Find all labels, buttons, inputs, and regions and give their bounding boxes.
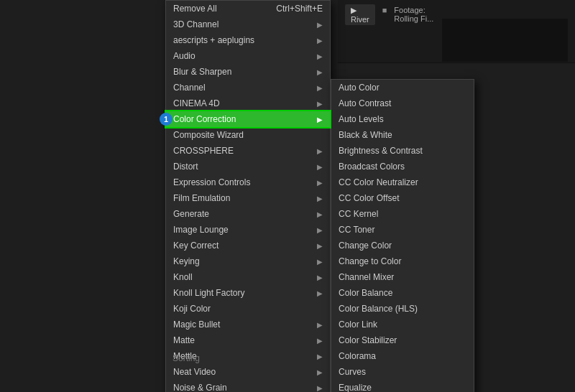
sub-item-color-link[interactable]: Color Link [331,317,474,332]
menu-item-koji[interactable]: Koji Color [166,301,330,317]
remove-all-label: Remove All [173,4,217,14]
menu-item-blur[interactable]: Blur & Sharpen ▶ [166,64,330,80]
menu-label: Image Lounge [173,225,229,235]
sub-menu-label: Change Color [339,241,392,251]
sub-item-brightness[interactable]: Brightness & Contrast [331,143,474,159]
menu-label: Film Emulation [173,193,230,203]
sub-item-black-white[interactable]: Black & White [331,127,474,143]
menu-label: Koji Color [173,304,211,314]
remove-all-item[interactable]: Remove All Ctrl+Shift+E [166,1,330,17]
sub-item-curves[interactable]: Curves [331,364,474,380]
menu-label: Noise & Grain [173,383,227,392]
submenu-arrow: ▶ [317,226,323,234]
menu-item-knoll-light[interactable]: Knoll Light Factory ▶ [166,285,330,301]
submenu-arrow: ▶ [317,179,323,187]
sub-menu-label: Change to Color [339,256,401,266]
sub-item-color-balance-hls[interactable]: Color Balance (HLS) [331,301,474,317]
submenu-arrow: ▶ [317,353,323,360]
menu-label: Composite Wizard [173,130,244,140]
sub-menu-label: Broadcast Colors [339,162,405,172]
submenu-arrow: ▶ [317,195,323,202]
sub-item-cc-kernel[interactable]: CC Kernel [331,206,474,222]
sub-menu-label: Curves [339,367,366,377]
submenu-arrow: ▶ [317,337,323,345]
sub-menu-label: Color Link [339,319,377,330]
submenu-arrow: ▶ [317,384,323,392]
menu-item-cinema4d[interactable]: CINEMA 4D ▶ [166,95,330,111]
sub-menu-label: Brightness & Contrast [339,146,423,156]
sorting-label: Sorting [172,353,200,363]
sub-item-auto-levels[interactable]: Auto Levels [331,111,474,127]
menu-item-key-correct[interactable]: Key Correct ▶ [166,238,330,253]
menu-item-crossphere[interactable]: CROSSPHERE ▶ [166,143,330,159]
menu-item-expression[interactable]: Expression Controls ▶ [166,174,330,190]
menu-label: Generate [173,209,209,219]
sub-item-channel-mixer[interactable]: Channel Mixer [331,269,474,285]
menu-label: Knoll [173,272,193,282]
badge-1: 1 [160,113,172,126]
submenu-arrow: ▶ [317,368,323,376]
menu-item-noise[interactable]: Noise & Grain ▶ [166,380,330,392]
sub-item-color-stabilizer[interactable]: Color Stabilizer [331,332,474,348]
menu-label: Neat Video [173,367,216,377]
submenu-arrow: ▶ [317,100,323,108]
menu-item-channel[interactable]: Channel ▶ [166,80,330,95]
sub-item-colorama[interactable]: Colorama [331,348,474,364]
menu-label: Magic Bullet [173,319,220,330]
menu-label: 3D Channel [173,19,218,29]
sub-menu-label: Channel Mixer [339,272,394,282]
menu-label: Knoll Light Factory [173,288,244,298]
submenu-arrow: ▶ [317,242,323,250]
menu-label: CINEMA 4D [173,98,220,108]
sub-menu-label: Color Stabilizer [339,335,397,345]
menu-container: Remove All Ctrl+Shift+E 3D Channel ▶ aes… [165,0,474,392]
submenu-arrow: ▶ [317,84,323,92]
menu-item-composite-wizard[interactable]: Composite Wizard [166,127,330,143]
sub-menu-label: CC Color Neutralizer [339,177,418,187]
menu-label: Color Correction [173,114,236,124]
submenu-arrow: ▶ [317,274,323,281]
submenu-arrow: ▶ [317,116,323,123]
submenu-arrow: ▶ [317,289,323,297]
menu-item-3d-channel[interactable]: 3D Channel ▶ [166,17,330,32]
sub-menu-label: Auto Color [339,83,380,93]
menu-item-film[interactable]: Film Emulation ▶ [166,190,330,206]
sub-menu-label: Colorama [339,351,376,361]
menu-item-image-lounge[interactable]: Image Lounge ▶ [166,222,330,238]
sub-item-cc-toner[interactable]: CC Toner [331,222,474,238]
secondary-menu: Auto Color Auto Contrast Auto Levels Bla… [331,79,474,392]
menu-item-audio[interactable]: Audio ▶ [166,48,330,64]
menu-item-knoll[interactable]: Knoll ▶ [166,269,330,285]
menu-item-color-correction[interactable]: 1 Color Correction ▶ [166,111,330,127]
sub-item-change-to-color[interactable]: Change to Color [331,253,474,269]
sub-menu-label: Auto Levels [339,114,384,124]
remove-all-shortcut: Ctrl+Shift+E [276,4,323,14]
sub-menu-label: CC Kernel [339,209,378,219]
sub-item-broadcast[interactable]: Broadcast Colors [331,159,474,174]
submenu-arrow: ▶ [317,52,323,60]
submenu-arrow: ▶ [317,163,323,171]
sorting-text: Sorting [172,353,200,363]
sub-item-color-balance[interactable]: Color Balance [331,285,474,301]
sub-item-auto-contrast[interactable]: Auto Contrast [331,95,474,111]
menu-item-distort[interactable]: Distort ▶ [166,159,330,174]
menu-label: Expression Controls [173,177,250,187]
sub-item-cc-neutralizer[interactable]: CC Color Neutralizer [331,174,474,190]
menu-item-keying[interactable]: Keying ▶ [166,253,330,269]
sub-item-auto-color[interactable]: Auto Color [331,80,474,95]
menu-item-magic-bullet[interactable]: Magic Bullet ▶ [166,317,330,332]
menu-item-matte[interactable]: Matte ▶ [166,332,330,348]
menu-item-neat-video[interactable]: Neat Video ▶ [166,364,330,380]
sub-menu-label: Color Balance [339,288,392,298]
menu-label: Keying [173,256,200,266]
sub-menu-label: Color Balance (HLS) [339,304,418,314]
menu-label: Channel [173,83,206,93]
submenu-arrow: ▶ [317,147,323,155]
menu-item-aescripts[interactable]: aescripts + aeplugins ▶ [166,32,330,48]
sub-item-cc-offset[interactable]: CC Color Offset [331,190,474,206]
submenu-arrow: ▶ [317,37,323,45]
sub-item-change-color[interactable]: Change Color [331,238,474,253]
menu-item-generate[interactable]: Generate ▶ [166,206,330,222]
submenu-arrow: ▶ [317,321,323,329]
sub-item-equalize[interactable]: Equalize [331,380,474,392]
